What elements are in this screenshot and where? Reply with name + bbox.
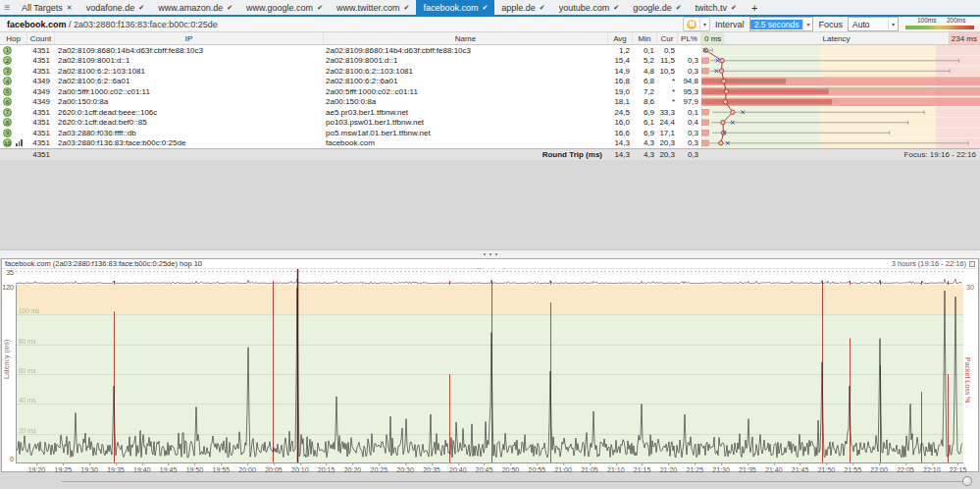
x-tick-label: 21:25: [687, 466, 704, 473]
check-icon[interactable]: ✔: [613, 4, 619, 11]
legend-100ms-label: 100ms: [917, 17, 937, 24]
tab-google-de[interactable]: google.de✔: [626, 0, 688, 15]
check-icon[interactable]: ✔: [317, 4, 323, 11]
x-tick-label: 20:25: [371, 466, 388, 473]
name-cell: 2a02:8100:6:2::103:1081: [324, 67, 608, 76]
time-scrollbar-handle[interactable]: [962, 476, 972, 486]
rt-count-cell: 4351: [27, 150, 55, 159]
tab-apple-de[interactable]: apple.de✔: [494, 0, 551, 15]
x-tick-label: 21:50: [818, 466, 836, 473]
time-scrollbar-track[interactable]: [62, 481, 969, 482]
tab-all-targets[interactable]: All Targets✕: [15, 0, 79, 15]
name-cell: ae5.pr03.ber1.tfbnw.net: [324, 108, 608, 117]
hop-cell: 5: [0, 87, 27, 96]
x-tick-label: 20:10: [291, 466, 309, 473]
timeline-title-right: 3 hours (19:16 - 22:16): [892, 259, 975, 268]
col-header-name[interactable]: Name: [324, 32, 608, 44]
splitter-dot-icon: [490, 253, 491, 255]
x-tick-label: 22:00: [870, 466, 888, 473]
menu-icon[interactable]: ≡: [0, 0, 15, 15]
pause-icon: [687, 20, 696, 29]
tab-vodafone-de[interactable]: vodafone.de✔: [79, 0, 151, 15]
check-icon[interactable]: ✔: [731, 4, 737, 11]
chevron-down-icon[interactable]: ▾: [888, 18, 898, 30]
col-header-cur[interactable]: Cur: [657, 32, 678, 44]
cur-cell: 17,1: [657, 129, 678, 137]
target-title: facebook.com / 2a03:2880:f136:83:face:b0…: [0, 20, 218, 29]
tab-youtube-com[interactable]: youtube.com✔: [552, 0, 626, 15]
check-icon[interactable]: ✔: [404, 4, 410, 11]
count-cell: 4351: [27, 108, 55, 117]
cur-cell: *: [657, 77, 678, 85]
tab-label: All Targets: [22, 3, 63, 13]
min-cell: 4,3: [633, 138, 657, 147]
chevron-down-icon[interactable]: ▾: [802, 18, 812, 30]
jitter-strip-chart[interactable]: [16, 269, 963, 285]
tab-label: youtube.com: [559, 3, 610, 13]
close-icon[interactable]: ✕: [67, 4, 73, 11]
x-tick-label: 22:10: [923, 466, 941, 473]
packet-loss-axis-title: Packet Loss %: [964, 357, 971, 403]
pingplotter-window: ≡ All Targets✕vodafone.de✔www.amazon.de✔…: [0, 0, 980, 489]
packet-loss-cell: 0,3: [678, 56, 701, 65]
col-header-pl[interactable]: PL%: [678, 32, 701, 44]
x-tick-label: 21:05: [581, 466, 598, 473]
pause-button[interactable]: ▾: [683, 17, 710, 31]
check-icon[interactable]: ✔: [138, 4, 144, 11]
ip-cell: 2a00:150:0:8a: [55, 97, 324, 106]
col-header-min[interactable]: Min: [633, 32, 657, 44]
check-icon[interactable]: ✔: [676, 4, 682, 11]
name-cell: po103.psw01.ber1.tfbnw.net: [324, 118, 608, 127]
x-tick-label: 19:30: [80, 466, 98, 473]
tab-www-google-com[interactable]: www.google.com✔: [239, 0, 330, 15]
x-tick-label: 20:35: [423, 466, 440, 473]
x-tick-label: 19:40: [133, 466, 151, 473]
x-tick-label: 20:05: [265, 466, 283, 473]
tab-facebook-com[interactable]: facebook.com✔: [416, 0, 494, 15]
hop-number-badge: 8: [3, 118, 12, 127]
min-cell: 8,6: [633, 97, 657, 106]
name-cell: 2a02:8100:6:2::6a01: [324, 77, 608, 85]
cur-cell: *: [657, 87, 678, 96]
target-separator: /: [67, 20, 75, 29]
timeline-range-label[interactable]: 3 hours (19:16 - 22:16): [892, 259, 966, 268]
check-icon[interactable]: ✔: [227, 4, 232, 11]
interval-select[interactable]: 2.5 seconds ▾: [749, 17, 814, 31]
tab-twitch-tv[interactable]: twitch.tv✔: [689, 0, 744, 15]
pause-dropdown-arrow-icon[interactable]: ▾: [699, 18, 709, 30]
check-icon[interactable]: ✔: [482, 4, 488, 11]
cur-cell: 33,3: [657, 108, 678, 117]
splitter-dot-icon: [495, 253, 497, 255]
add-target-button[interactable]: +: [744, 0, 765, 15]
ip-cell: 2a02:8100:6:2::103:1081: [55, 67, 324, 76]
ip-cell: 2a02:8100:6:2::6a01: [55, 77, 324, 85]
interval-label: Interval: [715, 20, 745, 29]
col-header-avg[interactable]: Avg: [608, 32, 633, 44]
check-icon[interactable]: ✔: [540, 4, 545, 11]
hop-number-badge: 6: [3, 97, 12, 106]
tab-www-amazon-de[interactable]: www.amazon.de✔: [151, 0, 239, 15]
latency-timeline-chart[interactable]: [16, 285, 963, 463]
packet-loss-cell: 95,3: [678, 87, 701, 96]
avg-cell: 18,1: [608, 97, 633, 106]
target-host: facebook.com: [7, 20, 67, 29]
col-header-hop[interactable]: Hop: [0, 32, 27, 44]
tab-label: facebook.com: [423, 3, 478, 13]
latency-scale-min: 0 ms: [701, 32, 724, 44]
focus-select[interactable]: Auto ▾: [848, 17, 899, 31]
x-tick-label: 20:55: [529, 466, 546, 473]
count-cell: 4349: [27, 97, 55, 106]
name-cell: 2a02:8109:8001:d::1: [324, 56, 608, 65]
hop-cell: 9: [0, 129, 27, 137]
splitter-handle[interactable]: [0, 249, 980, 258]
ip-cell: 2a02:8109:8001:d::1: [55, 56, 324, 65]
count-cell: 4351: [27, 118, 55, 127]
col-header-count[interactable]: Count: [27, 32, 55, 44]
avg-cell: 15,4: [608, 56, 633, 65]
detach-graph-icon[interactable]: [969, 261, 975, 267]
col-header-ip[interactable]: IP: [55, 32, 324, 44]
tab-label: www.twitter.com: [336, 3, 400, 13]
target-header: facebook.com / 2a03:2880:f136:83:face:b0…: [0, 17, 980, 32]
focus-range-text: Focus: 19:16 - 22:16: [701, 150, 980, 159]
tab-www-twitter-com[interactable]: www.twitter.com✔: [330, 0, 416, 15]
